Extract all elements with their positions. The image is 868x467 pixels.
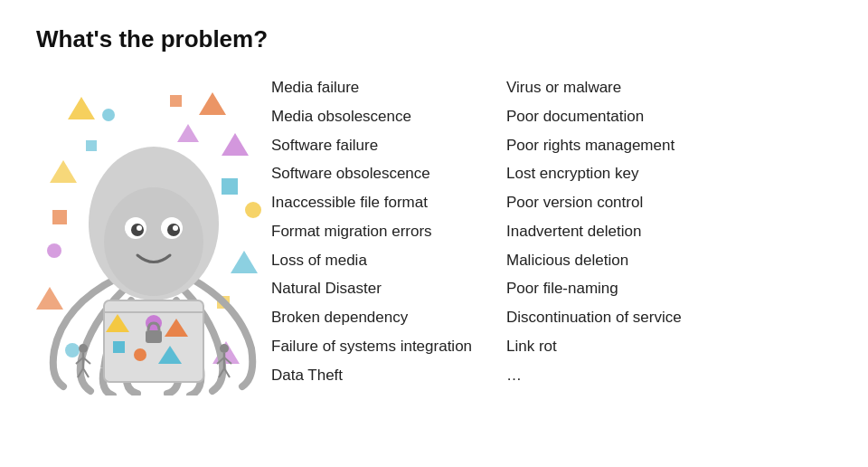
svg-rect-5 xyxy=(52,210,67,224)
svg-marker-0 xyxy=(68,97,95,119)
svg-point-31 xyxy=(134,348,146,361)
right-list-item-3: Lost encryption key xyxy=(506,159,723,188)
svg-point-40 xyxy=(220,344,229,353)
left-list-item-2: Software failure xyxy=(271,131,488,160)
svg-marker-2 xyxy=(50,160,77,183)
svg-point-24 xyxy=(173,225,178,231)
right-list-item-9: Link rot xyxy=(506,332,723,361)
lists-area: Media failureMedia obsolescenceSoftware … xyxy=(271,70,832,389)
svg-marker-3 xyxy=(222,133,249,156)
right-list-item-10: … xyxy=(506,361,723,390)
right-list-item-4: Poor version control xyxy=(506,188,723,217)
svg-point-23 xyxy=(137,225,142,231)
page-title: What's the problem? xyxy=(36,25,832,53)
svg-marker-9 xyxy=(36,287,63,310)
left-list-item-9: Failure of systems integration xyxy=(271,332,488,361)
svg-point-18 xyxy=(104,187,203,296)
right-list-item-2: Poor rights management xyxy=(506,131,723,160)
svg-point-34 xyxy=(79,344,88,353)
svg-marker-8 xyxy=(231,251,258,273)
left-list-item-3: Software obsolescence xyxy=(271,159,488,188)
page: What's the problem? xyxy=(0,0,868,467)
right-list-item-8: Discontinuation of service xyxy=(506,303,723,332)
svg-rect-14 xyxy=(170,95,182,107)
right-list-item-6: Malicious deletion xyxy=(506,246,723,275)
right-list-item-7: Poor file-naming xyxy=(506,274,723,303)
left-list-item-10: Data Theft xyxy=(271,361,488,390)
left-list-item-4: Inaccessible file format xyxy=(271,188,488,217)
svg-marker-15 xyxy=(177,124,199,142)
svg-rect-16 xyxy=(86,140,97,151)
octopus-illustration xyxy=(36,70,271,396)
left-column: Media failureMedia obsolescenceSoftware … xyxy=(271,73,506,389)
right-list-item-1: Poor documentation xyxy=(506,102,723,131)
left-list-item-8: Broken dependency xyxy=(271,303,488,332)
left-list-item-0: Media failure xyxy=(271,73,488,102)
svg-rect-29 xyxy=(113,341,125,353)
left-list-item-1: Media obsolescence xyxy=(271,102,488,131)
svg-rect-4 xyxy=(222,178,238,195)
svg-point-11 xyxy=(65,343,80,357)
svg-point-6 xyxy=(245,202,261,218)
svg-marker-1 xyxy=(199,92,226,115)
illustration xyxy=(36,70,271,396)
left-list-item-5: Format migration errors xyxy=(271,217,488,246)
left-list-item-6: Loss of media xyxy=(271,246,488,275)
svg-point-13 xyxy=(102,109,115,121)
svg-rect-32 xyxy=(146,330,162,343)
svg-point-7 xyxy=(47,243,61,258)
right-list-item-0: Virus or malware xyxy=(506,73,723,102)
content-area: Media failureMedia obsolescenceSoftware … xyxy=(36,70,832,449)
right-column: Virus or malwarePoor documentationPoor r… xyxy=(506,73,723,389)
left-list-item-7: Natural Disaster xyxy=(271,274,488,303)
right-list-item-5: Inadvertent deletion xyxy=(506,217,723,246)
